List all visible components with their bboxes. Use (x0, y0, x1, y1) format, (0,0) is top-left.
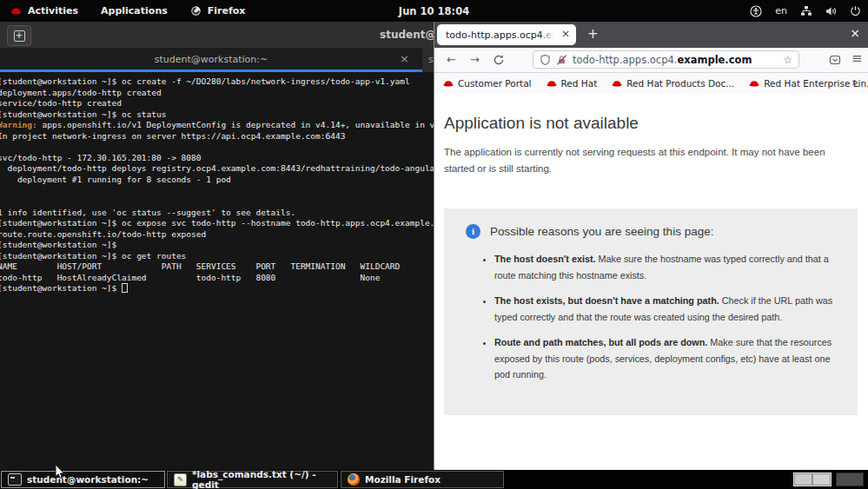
desktop: Activities Applications Firefox Jun 10 1… (0, 0, 868, 489)
taskbar-label: student@workstation:~ (27, 474, 149, 485)
terminal-output: [student@workstation ~]$ oc create -f ~/… (0, 72, 434, 294)
error-page: Application is not available The applica… (434, 94, 868, 470)
url-text: todo-http.apps.ocp4.example.com (573, 54, 778, 66)
terminal-headerbar: + student@workstation:~ (0, 22, 434, 48)
firefox-tab-strip: todo-http.apps.ocp4.exampl × + × (434, 22, 868, 48)
accessibility-icon[interactable] (750, 5, 762, 17)
terminal-tab-label: student@workstation:~ (0, 54, 422, 65)
terminal-icon (8, 473, 22, 486)
redhat-favicon (749, 80, 759, 88)
window-list-taskbar: student@workstation:~ ✎ *labs_comands.tx… (0, 470, 868, 489)
bookmarks-bar: Customer Portal Red Hat Red Hat Products… (434, 73, 868, 95)
back-button[interactable]: ← (447, 53, 456, 66)
taskbar-label: Mozilla Firefox (365, 474, 441, 485)
terminal-tab-second-partial[interactable]: s (423, 48, 434, 72)
terminal-new-tab-button[interactable]: + (7, 25, 31, 46)
taskbar-item-gedit[interactable]: ✎ *labs_comands.txt (~/) - gedit (167, 471, 338, 488)
bookmark-products-doc[interactable]: Red Hat Products Doc... (612, 78, 734, 89)
bookmark-label: Red Hat Products Doc... (626, 78, 734, 89)
terminal-tab-bar: student@workstation:~ × s (0, 48, 434, 72)
taskbar-item-firefox[interactable]: Mozilla Firefox (341, 471, 504, 488)
tracking-shield-icon[interactable] (540, 54, 551, 66)
possible-reasons-box: i Possible reasons you are seeing this p… (444, 208, 858, 415)
bookmark-enterprise-linux[interactable]: Red Hat Enterprise Lin... (749, 78, 868, 89)
taskbar-label: *labs_comands.txt (~/) - gedit (192, 469, 331, 489)
pocket-save-icon[interactable] (829, 54, 841, 66)
firefox-icon (348, 473, 360, 486)
terminal-tab-active[interactable]: student@workstation:~ × (0, 48, 422, 72)
redhat-favicon (443, 80, 454, 88)
gedit-icon: ✎ (174, 473, 187, 486)
terminal-content: [student@workstation ~]$ oc create -f ~/… (0, 72, 434, 470)
tab-title-fade (540, 25, 559, 44)
new-tab-icon: + (14, 30, 25, 42)
taskbar-item-terminal[interactable]: student@workstation:~ (1, 471, 165, 488)
bookmark-red-hat[interactable]: Red Hat (547, 78, 598, 89)
reason-item: The host doesn't exist. Make sure the ho… (494, 251, 833, 283)
reload-button[interactable] (493, 54, 505, 66)
hamburger-menu-icon[interactable]: ≡ (851, 52, 863, 65)
reasons-box-title: Possible reasons you are seeing this pag… (490, 225, 713, 238)
terminal-tab-close-icon[interactable]: × (400, 53, 409, 64)
terminal-window-title: student@workstation:~ (380, 29, 434, 41)
browser-tab[interactable]: todo-http.apps.ocp4.exampl × (437, 24, 576, 45)
url-bar[interactable]: todo-http.apps.ocp4.example.com ☆ (533, 50, 799, 69)
terminal-window: + student@workstation:~ student@workstat… (0, 22, 434, 470)
power-icon[interactable] (850, 5, 861, 17)
bookmark-label: Red Hat (561, 78, 598, 89)
insecure-lock-icon[interactable] (556, 54, 567, 66)
url-subdomain: todo-http.apps.ocp4. (573, 54, 677, 66)
network-icon[interactable] (800, 5, 812, 17)
bookmark-customer-portal[interactable]: Customer Portal (443, 78, 532, 89)
bookmark-label: Customer Portal (458, 78, 532, 89)
reason-item: Route and path matches, but all pods are… (494, 334, 833, 383)
reason-item: The host exists, but doesn't have a matc… (494, 293, 833, 325)
volume-icon[interactable] (825, 6, 837, 17)
keyboard-layout-indicator[interactable]: en (775, 5, 787, 17)
workspace-switcher-current[interactable] (793, 472, 832, 486)
reasons-list: The host doesn't exist. Make sure the ho… (444, 251, 833, 383)
workspace-switcher-other[interactable] (836, 472, 864, 486)
new-tab-button[interactable]: + (587, 26, 599, 42)
page-subtitle: The application is currently not serving… (444, 144, 845, 177)
firefox-nav-bar: ← → todo-http.apps.ocp4.example.com ☆ ≡ (434, 48, 868, 73)
bookmark-star-icon[interactable]: ☆ (783, 54, 792, 66)
forward-button[interactable]: → (470, 53, 480, 66)
firefox-window: todo-http.apps.ocp4.exampl × + × ← → tod… (434, 22, 868, 470)
window-close-button[interactable]: × (850, 26, 860, 40)
redhat-favicon (612, 80, 622, 88)
info-icon: i (466, 224, 480, 239)
gnome-top-bar: Activities Applications Firefox Jun 10 1… (0, 0, 868, 22)
page-title: Application is not available (444, 114, 639, 133)
clock[interactable]: Jun 10 18:04 (0, 0, 868, 22)
bookmarks-overflow-chevron[interactable]: » (851, 76, 858, 89)
tab-close-icon[interactable]: × (561, 29, 570, 40)
redhat-favicon (547, 80, 557, 88)
url-domain: example.com (677, 54, 752, 66)
